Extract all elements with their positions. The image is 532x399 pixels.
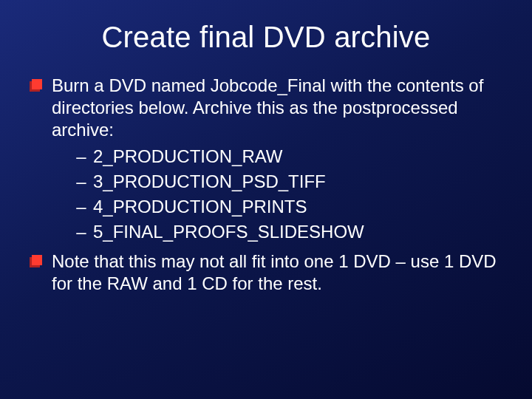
slide-body: Burn a DVD named Jobcode_Final with the … (30, 75, 502, 295)
sub-item: – 4_PRODUCTION_PRINTS (52, 196, 502, 218)
sub-item-text: 4_PRODUCTION_PRINTS (93, 197, 307, 216)
sub-list: – 2_PRODUCTION_RAW – 3_PRODUCTION_PSD_TI… (52, 146, 502, 243)
sub-item: – 5_FINAL_PROOFS_SLIDESHOW (52, 221, 502, 243)
bullet-text: Burn a DVD named Jobcode_Final with the … (52, 75, 483, 140)
sub-item: – 2_PRODUCTION_RAW (52, 146, 502, 168)
dash-bullet-icon: – (74, 146, 89, 168)
sub-item-text: 2_PRODUCTION_RAW (93, 146, 282, 166)
slide: Create final DVD archive Burn a DVD name… (0, 0, 532, 399)
slide-title: Create final DVD archive (30, 21, 502, 54)
bullet-text: Note that this may not all fit into one … (52, 251, 497, 293)
dash-bullet-icon: – (74, 171, 89, 193)
sub-item: – 3_PRODUCTION_PSD_TIFF (52, 171, 502, 193)
square-bullet-icon (30, 81, 40, 92)
dash-bullet-icon: – (74, 221, 89, 243)
bullet-item: Burn a DVD named Jobcode_Final with the … (30, 75, 502, 243)
bullet-item: Note that this may not all fit into one … (30, 250, 502, 295)
sub-item-text: 3_PRODUCTION_PSD_TIFF (93, 171, 326, 191)
sub-item-text: 5_FINAL_PROOFS_SLIDESHOW (93, 222, 364, 242)
dash-bullet-icon: – (74, 196, 89, 218)
square-bullet-icon (30, 257, 40, 267)
